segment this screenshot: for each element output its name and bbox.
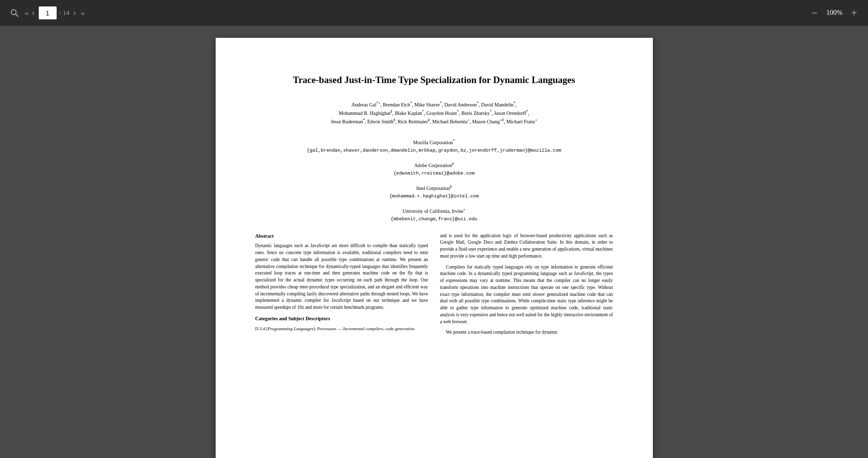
- authors-block: Andreas Gal*+, Brendan Eich*, Mike Shave…: [255, 100, 613, 126]
- first-page-button[interactable]: «: [24, 8, 28, 18]
- authors-line-1: Andreas Gal*+, Brendan Eich*, Mike Shave…: [255, 100, 613, 109]
- two-column-content: Abstract Dynamic languages such as JavaS…: [255, 233, 613, 341]
- next-page-button[interactable]: ›: [72, 7, 77, 19]
- last-page-button[interactable]: »: [80, 8, 84, 18]
- abstract-paragraph-1: Dynamic languages such as JavaScript are…: [255, 243, 428, 311]
- categories-title: Categories and Subject Descriptors: [255, 315, 428, 323]
- zoom-level-display: 100%: [822, 9, 846, 17]
- right-column: and is used for the application logic of…: [440, 233, 613, 341]
- affil-mozilla: Mozilla Corporation* {gal,brendan,shaver…: [255, 138, 613, 154]
- svg-line-1: [16, 14, 18, 17]
- prev-page-button[interactable]: ‹: [31, 7, 35, 19]
- authors-line-2: Mohammad R. Haghighat§, Blake Kaplan*, G…: [255, 109, 613, 117]
- page-input[interactable]: [39, 6, 57, 19]
- affil-uci: University of California, Irvine+ {mbebe…: [255, 207, 613, 223]
- affil-mozilla-email: {gal,brendan,shaver,danderson,dmandelin,…: [255, 147, 613, 154]
- affil-adobe-email: {edwsmith,rreitmai}@adobe.com: [255, 170, 613, 177]
- zoom-in-button[interactable]: +: [848, 6, 860, 20]
- affil-adobe: Adobe Corporation# {edwsmith,rreitmai}@a…: [255, 161, 613, 177]
- right-col-paragraph-3: We present a trace-based compilation tec…: [440, 329, 613, 336]
- pdf-page: Trace-based Just-in-Time Type Specializa…: [216, 38, 653, 458]
- toolbar-left: « ‹ / 14 › »: [8, 6, 84, 19]
- toolbar-right: − 100% +: [809, 6, 860, 20]
- left-column: Abstract Dynamic languages such as JavaS…: [255, 233, 428, 341]
- categories-text: D.3.4 [Programming Languages]: Processor…: [255, 326, 428, 333]
- affil-intel-name: Intel Corporation§: [255, 184, 613, 192]
- search-button[interactable]: [8, 6, 21, 19]
- affil-uci-email: {mbebenit,changm,franz}@uci.edu: [255, 215, 613, 223]
- affil-adobe-name: Adobe Corporation#: [255, 161, 613, 170]
- zoom-out-button[interactable]: −: [809, 6, 821, 20]
- document-area: Trace-based Just-in-Time Type Specializa…: [0, 26, 868, 458]
- page-total: / 14: [60, 9, 70, 17]
- affil-intel-email: {mohammad.r.haghighat}@intel.com: [255, 192, 613, 200]
- affil-mozilla-name: Mozilla Corporation*: [255, 138, 613, 147]
- authors-line-3: Jesse Ruderman*, Edwin Smith#, Rick Reit…: [255, 117, 613, 126]
- affil-intel: Intel Corporation§ {mohammad.r.haghighat…: [255, 184, 613, 200]
- right-col-paragraph-1: and is used for the application logic of…: [440, 233, 613, 260]
- affil-uci-name: University of California, Irvine+: [255, 207, 613, 215]
- paper-title: Trace-based Just-in-Time Type Specializa…: [255, 74, 613, 87]
- abstract-title: Abstract: [255, 233, 428, 240]
- toolbar: « ‹ / 14 › » − 100% +: [0, 0, 868, 26]
- right-col-paragraph-2: Compilers for statically typed languages…: [440, 264, 613, 326]
